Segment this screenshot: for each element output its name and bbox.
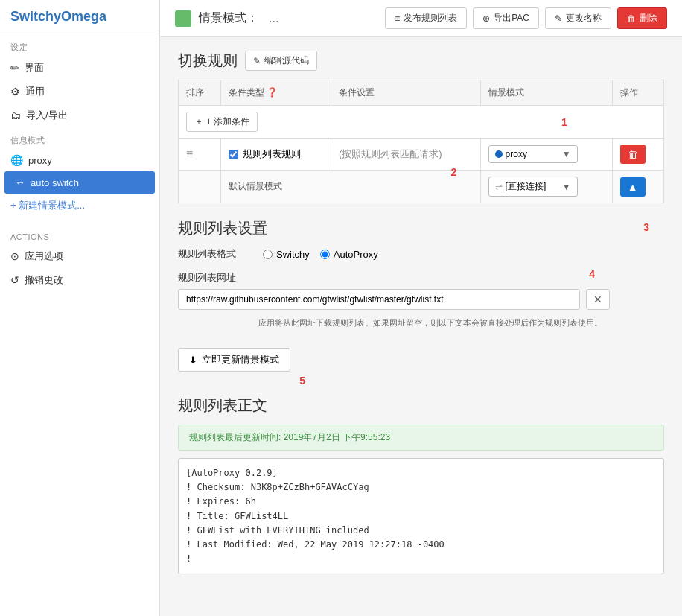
autoproxy-radio-option[interactable]: AutoProxy bbox=[320, 249, 378, 260]
delete-button[interactable]: 🗑 删除 bbox=[617, 7, 667, 29]
import-icon: 🗂 bbox=[10, 109, 21, 121]
sidebar-item-apply[interactable]: ⊙ 应用选项 bbox=[0, 244, 159, 268]
col-condition-settings: 条件设置 bbox=[331, 80, 480, 106]
col-profile: 情景模式 bbox=[480, 80, 612, 106]
col-actions: 操作 bbox=[612, 80, 663, 106]
rule-text-area: [AutoProxy 0.2.9] ! Checksum: N3K8p+ZCzB… bbox=[178, 458, 664, 574]
col-condition-type: 条件类型 ❓ bbox=[220, 80, 331, 106]
add-profile-button[interactable]: + 新建情景模式... bbox=[0, 194, 159, 217]
default-profile-dropdown[interactable]: ⇌ [直接连接] ▼ bbox=[488, 177, 578, 197]
direct-icon: ⇌ bbox=[495, 182, 503, 192]
header-buttons: ≡ 发布规则列表 ⊕ 导出PAC ✎ 更改名称 🗑 删除 bbox=[385, 7, 667, 29]
update-btn-container: ⬇ 立即更新情景模式 5 bbox=[178, 339, 290, 372]
profile-select-cell: 1 proxy ▼ bbox=[480, 139, 612, 171]
condition-type-cell: 规则列表规则 bbox=[220, 139, 331, 171]
profile-color-indicator bbox=[175, 10, 191, 27]
page-header: 情景模式： ... ≡ 发布规则列表 ⊕ 导出PAC ✎ 更改名称 🗑 删除 bbox=[160, 0, 682, 37]
url-hint: 应用将从此网址下载规则列表。如果网址留空，则以下文本会被直接处理后作为规则列表使… bbox=[258, 317, 602, 328]
clear-url-button[interactable]: ✕ bbox=[586, 289, 610, 310]
table-row: ≡ 规则列表规则 (按照规则列表匹配请求) 1 bbox=[179, 139, 664, 171]
default-row: 默认情景模式 2 ⇌ [直接连接] ▼ ▲ bbox=[179, 171, 664, 203]
default-label-cell: 默认情景模式 bbox=[220, 171, 480, 203]
profile-section-label: 信息模式 bbox=[0, 127, 159, 149]
autoproxy-radio[interactable] bbox=[320, 250, 330, 259]
sidebar-item-proxy[interactable]: 🌐 proxy bbox=[0, 149, 159, 171]
edit-source-button[interactable]: ✎ 编辑源代码 bbox=[245, 51, 317, 71]
table-header-row: 排序 条件类型 ❓ 条件设置 情景模式 操作 bbox=[179, 80, 664, 106]
sidebar-item-general-label: 通用 bbox=[25, 85, 45, 98]
switch-rules-title: 切换规则 bbox=[178, 51, 238, 71]
annotation-5: 5 bbox=[299, 375, 305, 387]
col-order: 排序 bbox=[179, 80, 221, 106]
default-actions-cell: ▲ bbox=[612, 171, 663, 203]
add-condition-button[interactable]: ＋ + 添加条件 bbox=[186, 112, 258, 132]
move-up-button[interactable]: ▲ bbox=[620, 177, 646, 197]
sidebar-item-proxy-label: proxy bbox=[28, 155, 52, 166]
switch-icon: ↔ bbox=[15, 177, 25, 188]
annotation-1: 1 bbox=[561, 116, 567, 128]
rule-text-content: [AutoProxy 0.2.9] ! Checksum: N3K8p+ZCzB… bbox=[186, 466, 656, 566]
header-dots: ... bbox=[269, 12, 278, 25]
dropdown-arrow-icon: ▼ bbox=[562, 149, 571, 159]
globe-icon: 🌐 bbox=[10, 154, 23, 166]
sidebar-item-importexport-label: 导入/导出 bbox=[26, 109, 68, 122]
switchy-label: Switchy bbox=[276, 249, 310, 260]
url-input-row: ✕ bbox=[178, 289, 610, 310]
sidebar-item-interface-label: 界面 bbox=[25, 61, 44, 74]
sidebar-item-apply-label: 应用选项 bbox=[25, 250, 63, 263]
actions-cell: 🗑 bbox=[612, 139, 663, 171]
profile-dropdown[interactable]: proxy ▼ bbox=[488, 145, 578, 163]
default-profile-name: [直接连接] bbox=[506, 180, 546, 193]
default-profile-cell: 2 ⇌ [直接连接] ▼ bbox=[480, 171, 612, 203]
rule-list-settings: 规则列表设置 3 规则列表格式 Switchy AutoProxy bbox=[178, 218, 664, 372]
actions-section-label: ACTIONS bbox=[0, 225, 159, 244]
update-profile-button[interactable]: ⬇ 立即更新情景模式 bbox=[178, 348, 290, 372]
rule-list-settings-title: 规则列表设置 3 bbox=[178, 218, 664, 238]
update-btn-label: 立即更新情景模式 bbox=[202, 353, 279, 366]
settings-section-label: 设定 bbox=[0, 34, 159, 56]
sidebar-item-import-export[interactable]: 🗂 导入/导出 bbox=[0, 104, 159, 127]
sidebar: SwitchyOmega 设定 ✏ 界面 ⚙ 通用 🗂 导入/导出 信息模式 🌐… bbox=[0, 0, 160, 616]
rename-button[interactable]: ✎ 更改名称 bbox=[545, 7, 611, 29]
sidebar-item-general[interactable]: ⚙ 通用 bbox=[0, 80, 159, 104]
switch-rules-section: 切换规则 ✎ 编辑源代码 bbox=[178, 51, 664, 71]
revert-icon: ↺ bbox=[10, 274, 19, 286]
url-input[interactable] bbox=[178, 289, 580, 310]
rules-table: 排序 条件类型 ❓ 条件设置 情景模式 操作 ＋ + 添加条件 bbox=[178, 80, 664, 203]
trash-icon: 🗑 bbox=[627, 13, 636, 24]
sidebar-item-revert-label: 撤销更改 bbox=[25, 273, 63, 287]
switchy-radio-option[interactable]: Switchy bbox=[263, 249, 310, 260]
condition-checkbox[interactable] bbox=[229, 150, 238, 159]
default-label-text: 默认情景模式 bbox=[229, 181, 282, 191]
condition-type-container: 规则列表规则 bbox=[229, 147, 323, 161]
sidebar-item-interface[interactable]: ✏ 界面 bbox=[0, 56, 159, 80]
profile-name: proxy bbox=[506, 149, 527, 159]
gear-icon: ⚙ bbox=[10, 86, 20, 98]
last-updated-box: 规则列表最后更新时间: 2019年7月2日 下午9:55:23 bbox=[178, 425, 664, 451]
app-logo: SwitchyOmega bbox=[0, 0, 159, 34]
edit-icon: ✎ bbox=[555, 13, 562, 24]
proxy-dot-icon bbox=[495, 150, 503, 158]
autoproxy-label: AutoProxy bbox=[334, 249, 378, 260]
switchy-radio[interactable] bbox=[263, 250, 273, 259]
drag-handle-icon[interactable]: ≡ bbox=[186, 147, 193, 160]
url-row: 规则列表网址 4 ✕ 应用将从此网址下载规则列表。如果网址留空，则以下文本会被直… bbox=[178, 271, 664, 328]
default-dropdown-arrow-icon: ▼ bbox=[562, 182, 571, 192]
download-icon: ⬇ bbox=[189, 355, 197, 366]
add-profile-label: + 新建情景模式... bbox=[10, 199, 85, 212]
page-title: 情景模式： bbox=[199, 10, 258, 26]
annotation-4: 4 bbox=[589, 268, 595, 280]
export-icon: ⊕ bbox=[482, 13, 490, 24]
export-pac-button[interactable]: ⊕ 导出PAC bbox=[473, 7, 539, 29]
last-updated-text: 规则列表最后更新时间: 2019年7月2日 下午9:55:23 bbox=[189, 432, 390, 442]
sidebar-item-revert[interactable]: ↺ 撤销更改 bbox=[0, 268, 159, 292]
format-label: 规则列表格式 bbox=[178, 247, 252, 261]
content-area: 切换规则 ✎ 编辑源代码 排序 条件类型 ❓ 条件设置 情景模式 操作 bbox=[160, 37, 682, 588]
format-row: 规则列表格式 Switchy AutoProxy bbox=[178, 247, 664, 261]
main-content: 情景模式： ... ≡ 发布规则列表 ⊕ 导出PAC ✎ 更改名称 🗑 删除 切… bbox=[160, 0, 682, 616]
sidebar-item-auto-switch[interactable]: ↔ auto switch bbox=[4, 171, 155, 194]
list-icon: ≡ bbox=[395, 13, 400, 24]
publish-rules-button[interactable]: ≡ 发布规则列表 bbox=[385, 7, 467, 29]
delete-rule-button[interactable]: 🗑 bbox=[620, 145, 646, 164]
sidebar-item-autoswitch-label: auto switch bbox=[31, 177, 79, 188]
